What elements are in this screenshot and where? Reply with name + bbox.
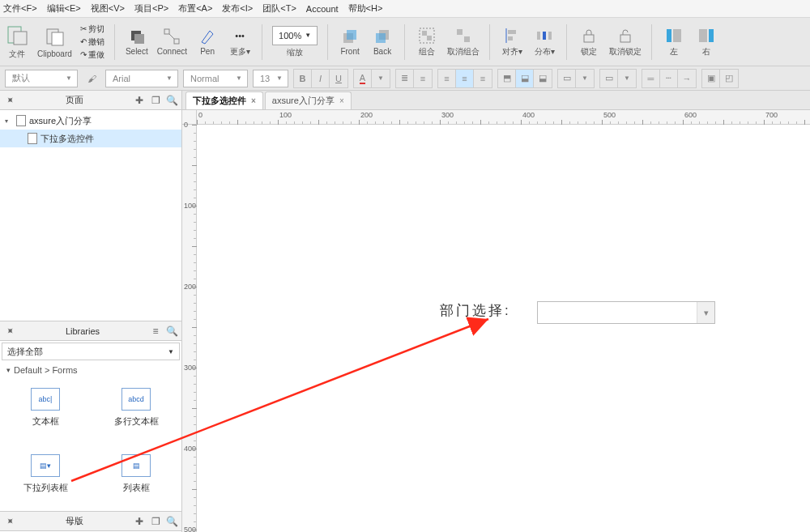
font-color-button[interactable]: A <box>354 70 372 87</box>
widget-listbox[interactable]: ▤ 列表框 <box>91 445 181 503</box>
line-width-button[interactable]: ═ <box>642 70 660 87</box>
back-group[interactable]: Back <box>370 28 394 56</box>
menu-team[interactable]: 团队<T> <box>262 2 296 15</box>
svg-rect-20 <box>508 36 513 40</box>
widget-textarea[interactable]: abcd 多行文本框 <box>91 378 181 436</box>
undo-button[interactable]: ↶ 撤销 <box>80 36 104 48</box>
clipboard-group[interactable]: Clipboard <box>37 25 72 58</box>
file-group[interactable]: 文件 <box>5 24 29 60</box>
cut-button[interactable]: ✂ 剪切 <box>80 23 104 35</box>
widget-textfield[interactable]: abc| 文本框 <box>0 378 91 436</box>
menu-publish[interactable]: 发布<I> <box>222 2 253 15</box>
zoom-combo[interactable]: 100%▼ <box>272 26 318 45</box>
font-color-caret[interactable]: ▼ <box>372 70 390 87</box>
menu-edit[interactable]: 编辑<E> <box>47 2 81 15</box>
line-spacing-button[interactable]: ≡ <box>414 70 432 87</box>
front-icon <box>341 28 359 45</box>
arrow-style-button[interactable]: → <box>678 70 696 87</box>
align-button[interactable]: 对齐▾ <box>500 27 524 57</box>
lock-button[interactable]: 锁定 <box>577 27 601 57</box>
dropdown-widget[interactable]: ▾ <box>537 301 715 324</box>
tree-expand-icon[interactable]: ▾ <box>5 117 13 125</box>
pen-group[interactable]: Pen <box>195 28 220 56</box>
tab-active[interactable]: 下拉多选控件× <box>185 92 263 109</box>
bullets-button[interactable]: ≣ <box>396 70 414 87</box>
connect-group[interactable]: Connect <box>157 28 187 56</box>
halign-right[interactable]: ≡ <box>474 70 492 87</box>
menu-project[interactable]: 项目<P> <box>134 2 168 15</box>
add-master-icon[interactable]: ❐ <box>149 515 162 528</box>
bold-button[interactable]: B <box>294 70 312 87</box>
underline-button[interactable]: U <box>330 70 347 87</box>
menu-view[interactable]: 视图<V> <box>91 2 125 15</box>
paint-format-icon[interactable]: 🖌 <box>83 70 100 87</box>
valign-top[interactable]: ⬒ <box>498 70 516 87</box>
pin-icon[interactable]: ✦ <box>1 512 19 530</box>
line-color-button[interactable]: ▭ <box>600 70 618 87</box>
font-weight-combo[interactable]: Normal▼ <box>183 70 248 87</box>
design-canvas[interactable]: 部门选择: ▾ <box>197 125 810 532</box>
unlock-icon <box>616 27 634 45</box>
svg-rect-10 <box>347 30 356 40</box>
padding-button[interactable]: ▣ <box>702 70 720 87</box>
align-left-button[interactable]: 左 <box>662 27 686 57</box>
style-combo[interactable]: 默认▼ <box>5 70 78 87</box>
widget-droplist[interactable]: ▤▾ 下拉列表框 <box>0 445 91 503</box>
search-icon[interactable]: 🔍 <box>165 515 178 528</box>
connect-icon <box>163 28 181 45</box>
pin-icon[interactable]: ✦ <box>1 91 19 109</box>
fill-caret[interactable]: ▼ <box>576 70 594 87</box>
menu-help[interactable]: 帮助<H> <box>348 2 383 15</box>
menu-arrange[interactable]: 布置<A> <box>178 2 212 15</box>
svg-rect-5 <box>134 34 144 44</box>
search-icon[interactable]: 🔍 <box>165 325 178 338</box>
ungroup-icon <box>454 27 472 45</box>
menu-file[interactable]: 文件<F> <box>3 2 37 15</box>
ruler-horizontal: 0100200300400500600700 <box>197 110 810 125</box>
more-group[interactable]: ••• 更多▾ <box>228 27 252 57</box>
tab-inactive[interactable]: axsure入门分享× <box>265 92 352 109</box>
library-filter-combo[interactable]: 选择全部▼ <box>2 343 180 360</box>
paste-icon <box>43 25 66 48</box>
library-breadcrumb[interactable]: ▾Default > Forms <box>0 362 181 378</box>
add-folder-icon[interactable]: ✚ <box>133 515 146 528</box>
svg-rect-12 <box>376 33 386 43</box>
pin-icon[interactable]: ✦ <box>1 321 19 340</box>
svg-rect-28 <box>699 29 707 42</box>
line-style-button[interactable]: ┄ <box>660 70 678 87</box>
fill-button[interactable]: ▭ <box>558 70 576 87</box>
group-button[interactable]: 组合 <box>415 27 439 57</box>
redo-button[interactable]: ↷ 重做 <box>80 49 104 61</box>
select-group[interactable]: Select <box>125 28 149 56</box>
menu-account[interactable]: Account <box>306 4 339 14</box>
close-icon[interactable]: × <box>251 96 256 105</box>
add-page-icon[interactable]: ❐ <box>149 94 162 107</box>
style-toolbar: 默认▼ 🖌 Arial▼ Normal▼ 13▼ B I U A ▼ ≣ ≡ ≡… <box>0 66 810 91</box>
ribbon: 文件 Clipboard ✂ 剪切 ↶ 撤销 ↷ 重做 Select Conne… <box>0 18 810 66</box>
group-icon <box>418 27 436 45</box>
add-folder-icon[interactable]: ✚ <box>133 94 146 107</box>
valign-bottom[interactable]: ⬓ <box>534 70 552 87</box>
distribute-button[interactable]: 分布▾ <box>532 27 556 57</box>
tree-root[interactable]: ▾ axsure入门分享 <box>0 112 181 130</box>
close-icon[interactable]: × <box>339 96 344 105</box>
svg-rect-23 <box>548 32 552 40</box>
valign-middle[interactable]: ⬓ <box>516 70 534 87</box>
halign-left[interactable]: ≡ <box>438 70 456 87</box>
corner-button[interactable]: ◰ <box>720 70 738 87</box>
search-icon[interactable]: 🔍 <box>165 94 178 107</box>
svg-rect-21 <box>537 32 540 40</box>
front-group[interactable]: Front <box>338 28 362 56</box>
halign-center[interactable]: ≡ <box>456 70 474 87</box>
align-right-button[interactable]: 右 <box>694 27 718 57</box>
line-color-caret[interactable]: ▼ <box>618 70 636 87</box>
svg-rect-15 <box>427 36 432 40</box>
font-combo[interactable]: Arial▼ <box>105 70 178 87</box>
tree-child-selected[interactable]: 下拉多选控件 <box>0 130 181 147</box>
ungroup-button[interactable]: 取消组合 <box>447 27 480 57</box>
font-size-combo[interactable]: 13▼ <box>253 70 288 87</box>
chevron-down-icon[interactable]: ▾ <box>697 302 714 323</box>
unlock-button[interactable]: 取消锁定 <box>609 27 642 57</box>
italic-button[interactable]: I <box>312 70 330 87</box>
lib-menu-icon[interactable]: ≡ <box>149 325 162 338</box>
